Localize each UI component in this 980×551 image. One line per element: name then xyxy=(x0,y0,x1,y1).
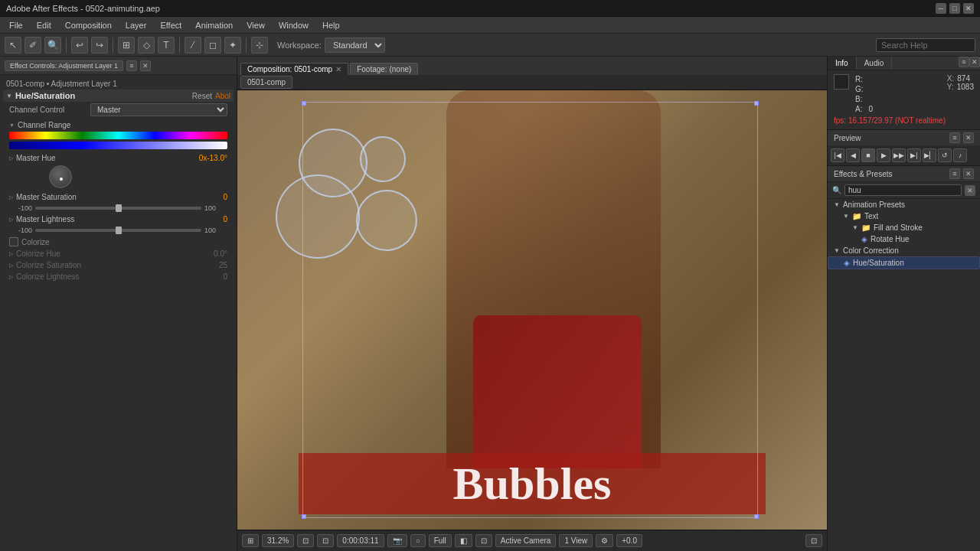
channel-control-select[interactable]: Master xyxy=(90,103,227,116)
maximize-button[interactable]: □ xyxy=(949,3,960,14)
handle-tl xyxy=(302,101,306,106)
menu-file[interactable]: File xyxy=(3,19,29,31)
go-to-start-button[interactable]: |◀ xyxy=(831,148,844,162)
channel-control-label: Channel Control xyxy=(9,106,86,114)
stop-button[interactable]: ■ xyxy=(861,148,875,162)
title-bar: Adobe After Effects - 0502-animuting.aep… xyxy=(0,0,980,17)
workspace-select[interactable]: Standard xyxy=(325,37,385,53)
info-panel-close[interactable]: ✕ xyxy=(969,57,980,67)
preview-menu[interactable]: ≡ xyxy=(949,132,960,143)
zoom-tool[interactable]: 🔍 xyxy=(44,37,61,54)
clear-search-btn[interactable]: ✕ xyxy=(965,185,975,196)
effects-search-input[interactable] xyxy=(844,184,962,196)
comp-tab-1-close[interactable]: ✕ xyxy=(335,65,341,73)
play-button[interactable]: ▶ xyxy=(877,148,890,162)
text-tool[interactable]: T xyxy=(158,37,175,54)
effects-menu[interactable]: ≡ xyxy=(949,168,960,179)
full-screen-btn[interactable]: ⊡ xyxy=(805,534,822,547)
master-hue-knob[interactable] xyxy=(49,165,72,188)
puppet-tool[interactable]: ⊹ xyxy=(251,37,268,54)
safe-zones-btn[interactable]: ⊡ xyxy=(317,534,334,547)
g-row: G: xyxy=(855,84,873,94)
saturation-slider[interactable] xyxy=(35,207,201,210)
main-layout: Effect Controls: Adjustment Layer 1 ≡ ✕ … xyxy=(0,57,980,551)
colorize-label: Colorize xyxy=(21,238,50,246)
master-hue-value[interactable]: 0x-13.0° xyxy=(189,154,227,162)
effects-label: Effects & Presets xyxy=(834,170,893,178)
colorize-lightness-label: Colorize Lightness xyxy=(16,272,220,281)
viewer-grid-btn[interactable]: ⊞ xyxy=(242,534,259,547)
animation-presets-group[interactable]: ▼ Animation Presets xyxy=(828,199,980,210)
fill-stroke-folder[interactable]: ▼ 📁 Fill and Stroke xyxy=(828,222,980,233)
play-audio-button[interactable]: ▶▶ xyxy=(892,148,906,162)
step-back-button[interactable]: ◀ xyxy=(846,148,860,162)
comp-tab-1[interactable]: Composition: 0501-comp ✕ xyxy=(240,63,348,75)
menu-layer[interactable]: Layer xyxy=(119,19,153,31)
pen-tool[interactable]: ✐ xyxy=(24,37,41,54)
info-tab-audio[interactable]: Audio xyxy=(857,57,893,70)
preview-close[interactable]: ✕ xyxy=(963,132,974,143)
effects-close[interactable]: ✕ xyxy=(963,168,974,179)
minimize-button[interactable]: ─ xyxy=(936,3,946,14)
menu-edit[interactable]: Edit xyxy=(31,19,57,31)
hue-saturation-header[interactable]: ▼ Hue/Saturation Reset Abol xyxy=(3,90,234,102)
saturation-thumb[interactable] xyxy=(116,204,122,212)
preview-panel: Preview ≡ ✕ |◀ ◀ ■ ▶ ▶▶ ▶| ▶▏ ↺ ♪ xyxy=(828,130,980,166)
transparency-btn[interactable]: ◧ xyxy=(455,534,472,547)
light-triangle: ▷ xyxy=(9,217,13,223)
menu-window[interactable]: Window xyxy=(273,19,315,31)
colorize-checkbox[interactable] xyxy=(9,237,18,246)
lightness-thumb[interactable] xyxy=(116,227,122,234)
info-coords: X: 874 Y: 1083 xyxy=(947,74,974,114)
comp-tool[interactable]: ⊞ xyxy=(118,37,135,54)
step-forward-button[interactable]: ▶| xyxy=(907,148,921,162)
reset-button[interactable]: Reset xyxy=(192,92,212,100)
renderer-btn[interactable]: ⚙ xyxy=(596,534,613,547)
redo-tool[interactable]: ↪ xyxy=(91,37,108,54)
abol-button[interactable]: Abol xyxy=(215,92,230,100)
stamp-tool[interactable]: ✦ xyxy=(224,37,241,54)
text-folder[interactable]: ▼ 📁 Text xyxy=(828,210,980,222)
loop-button[interactable]: ↺ xyxy=(938,148,952,162)
menu-composition[interactable]: Composition xyxy=(59,19,118,31)
show-channel-btn[interactable]: ○ xyxy=(410,534,426,547)
info-panel-menu[interactable]: ≡ xyxy=(959,57,969,67)
view-select[interactable]: 1 View xyxy=(559,534,593,547)
rotate-hue-item[interactable]: ◈ Rotate Hue xyxy=(828,233,980,245)
quality-select[interactable]: Full xyxy=(429,534,452,547)
time-code-display[interactable]: 0:00:03:11 xyxy=(337,534,384,547)
comp-tab-2[interactable]: Footage: (none) xyxy=(350,63,418,75)
info-tab-info[interactable]: Info xyxy=(828,57,857,70)
eraser-tool[interactable]: ◻ xyxy=(204,37,221,54)
workspace-label: Workspace: xyxy=(277,41,322,50)
master-hue-knob-container xyxy=(3,164,234,191)
pixel-aspect-btn[interactable]: ⊡ xyxy=(475,534,492,547)
mask-tool[interactable]: ◇ xyxy=(138,37,155,54)
undo-tool[interactable]: ↩ xyxy=(71,37,88,54)
menu-animation[interactable]: Animation xyxy=(189,19,239,31)
close-button[interactable]: ✕ xyxy=(963,3,974,14)
brush-tool[interactable]: ∕ xyxy=(185,37,201,54)
snapshot-btn[interactable]: 📷 xyxy=(387,534,407,547)
audio-toggle[interactable]: ♪ xyxy=(953,148,967,162)
zoom-display[interactable]: 31.2% xyxy=(262,534,294,547)
search-input[interactable] xyxy=(876,38,975,52)
camera-select[interactable]: Active Camera xyxy=(495,534,557,547)
panel-menu-button[interactable]: ≡ xyxy=(126,60,137,71)
menu-view[interactable]: View xyxy=(240,19,271,31)
zoom-fit-btn[interactable]: ⊡ xyxy=(297,534,314,547)
offset-display[interactable]: +0.0 xyxy=(616,534,642,547)
lightness-slider[interactable] xyxy=(35,229,201,232)
effect-controls-tab[interactable]: Effect Controls: Adjustment Layer 1 xyxy=(5,60,123,71)
knob-indicator xyxy=(60,178,64,181)
menu-effect[interactable]: Effect xyxy=(154,19,188,31)
select-tool[interactable]: ↖ xyxy=(5,37,21,54)
panel-close-button[interactable]: ✕ xyxy=(140,60,151,71)
color-correction-group[interactable]: ▼ Color Correction xyxy=(828,245,980,256)
master-saturation-value[interactable]: 0 xyxy=(189,193,227,201)
menu-help[interactable]: Help xyxy=(316,19,346,31)
hue-saturation-effect-item[interactable]: ◈ Hue/Saturation xyxy=(828,256,980,269)
sub-tab-item-1[interactable]: 0501-comp xyxy=(240,76,292,89)
master-lightness-value[interactable]: 0 xyxy=(189,215,227,223)
go-to-end-button[interactable]: ▶▏ xyxy=(923,148,936,162)
